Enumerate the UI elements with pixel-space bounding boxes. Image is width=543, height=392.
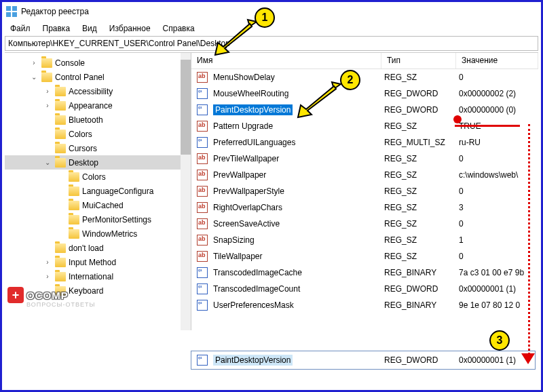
tree-label: Colors xyxy=(69,130,92,139)
tree-item[interactable]: ⌄Desktop xyxy=(5,155,191,170)
list-row[interactable]: SnapSizingREG_SZ1 xyxy=(191,232,538,248)
tree-label: don't load xyxy=(69,243,104,253)
tree-expand-icon[interactable]: ⌄ xyxy=(29,73,39,81)
tree-scroll-thumb[interactable] xyxy=(181,60,191,155)
value-data: ru-RU xyxy=(459,138,538,147)
value-type: REG_DWORD xyxy=(384,105,459,115)
menu-help[interactable]: Справка xyxy=(157,22,200,35)
tree-expand-icon[interactable]: › xyxy=(43,87,52,95)
tree-expand-icon[interactable]: › xyxy=(43,273,52,280)
tree-item[interactable]: ›Appearance xyxy=(5,98,191,113)
dash-vertical xyxy=(528,124,530,355)
reg-sz-icon xyxy=(195,218,209,229)
value-type: REG_SZ xyxy=(384,187,459,196)
list-row[interactable]: TranscodedImageCountREG_DWORD0x00000001 … xyxy=(191,281,538,297)
tree-item[interactable]: LanguageConfigura xyxy=(5,184,191,198)
list-row[interactable]: UserPreferencesMaskREG_BINARY9e 1e 07 80… xyxy=(191,297,538,313)
svg-marker-1 xyxy=(215,24,252,55)
value-name: TranscodedImageCount xyxy=(213,284,300,294)
value-data: 0x00000001 (1) xyxy=(459,284,538,294)
value-data: 1 xyxy=(459,235,538,245)
folder-icon xyxy=(69,187,79,196)
tree-expand-icon[interactable]: › xyxy=(43,102,52,109)
address-bar[interactable]: Компьютер\HKEY_CURRENT_USER\Control Pane… xyxy=(5,36,538,51)
list-row[interactable]: ScreenSaveActiveREG_SZ0 xyxy=(191,216,538,232)
tree-item[interactable]: MuiCached xyxy=(5,198,191,212)
value-data: 0x00000000 (0) xyxy=(459,105,538,115)
watermark-sub: ВОПРОСЫ-ОТВЕТЫ xyxy=(26,301,95,308)
tree-label: Appearance xyxy=(69,101,113,111)
menu-file[interactable]: Файл xyxy=(5,22,36,35)
value-name: MenuShowDelay xyxy=(213,73,275,82)
reg-dword-icon xyxy=(195,88,209,99)
folder-icon xyxy=(41,73,52,82)
reg-sz-icon xyxy=(195,251,209,262)
tree-item[interactable]: PerMonitorSettings xyxy=(5,212,191,227)
value-type: REG_SZ xyxy=(384,73,459,82)
tree-item[interactable]: ›Accessibility xyxy=(5,84,191,98)
list-row[interactable]: PrevWallpaperStyleREG_SZ0 xyxy=(191,183,538,199)
list-row[interactable]: TileWallpaperREG_SZ0 xyxy=(191,248,538,264)
folder-icon xyxy=(69,201,79,210)
reg-sz-icon xyxy=(195,186,209,197)
value-name: ScreenSaveActive xyxy=(213,219,280,229)
value-name: TileWallpaper xyxy=(213,252,262,261)
menu-edit[interactable]: Правка xyxy=(37,22,76,35)
tree-item[interactable]: ›Input Method xyxy=(5,255,191,269)
list-row[interactable]: MenuShowDelayREG_SZ0 xyxy=(191,69,538,85)
value-name: PrevTileWallpaper xyxy=(213,154,279,163)
value-data: 3 xyxy=(459,203,538,212)
reg-sz-icon xyxy=(195,235,209,246)
value-data: 0 xyxy=(459,73,538,82)
value-type: REG_BINARY xyxy=(384,300,459,310)
bottom-name: PaintDesktopVersion xyxy=(213,355,293,366)
arrow-2 xyxy=(295,81,344,119)
value-name: PaintDesktopVersion xyxy=(213,104,293,115)
value-name: Pattern Upgrade xyxy=(213,121,273,131)
tree-expand-icon[interactable]: › xyxy=(43,258,52,266)
list-row[interactable]: TranscodedImageCacheREG_BINARY7a c3 01 0… xyxy=(191,264,538,281)
tree-expand-icon[interactable]: ⌄ xyxy=(43,159,52,166)
menu-favorites[interactable]: Избранное xyxy=(104,22,156,35)
list-row[interactable]: PreferredUILanguagesREG_MULTI_SZru-RU xyxy=(191,134,538,151)
tree-item[interactable]: ›Console xyxy=(5,56,191,70)
tree-item[interactable]: Colors xyxy=(5,127,191,141)
col-type[interactable]: Тип xyxy=(381,53,456,68)
folder-icon xyxy=(55,258,66,267)
reg-dword-icon xyxy=(195,355,209,366)
tree-expand-icon[interactable]: › xyxy=(29,59,39,66)
value-name: UserPreferencesMask xyxy=(213,300,294,310)
list-row[interactable]: PrevTileWallpaperREG_SZ0 xyxy=(191,151,538,167)
value-data: 0 xyxy=(459,219,538,229)
reg-dword-icon xyxy=(195,283,209,294)
tree-label: Desktop xyxy=(69,158,98,168)
folder-icon xyxy=(55,144,66,153)
folder-icon xyxy=(55,243,66,253)
tree-item[interactable]: ›International xyxy=(5,269,191,283)
tree-item[interactable]: Cursors xyxy=(5,141,191,155)
list-row[interactable]: RightOverlapCharsREG_SZ3 xyxy=(191,199,538,216)
menu-view[interactable]: Вид xyxy=(77,22,102,35)
folder-icon xyxy=(55,101,66,111)
tree-item[interactable]: ⌄Control Panel xyxy=(5,70,191,84)
reg-sz-icon xyxy=(195,72,209,83)
list-row[interactable]: PrevWallpaperREG_SZc:\windows\web\ xyxy=(191,167,538,183)
tree-item[interactable]: WindowMetrics xyxy=(5,227,191,241)
tree-label: Cursors xyxy=(69,144,97,153)
tree-item[interactable]: Colors xyxy=(5,170,191,184)
window-title: Редактор реестра xyxy=(21,7,89,16)
value-data: 0 xyxy=(459,187,538,196)
watermark: + OCOMP ВОПРОСЫ-ОТВЕТЫ xyxy=(7,287,95,308)
tree-item[interactable]: Bluetooth xyxy=(5,113,191,127)
list-row[interactable]: PaintDesktopVersionREG_DWORD0x00000000 (… xyxy=(191,102,538,118)
list-row[interactable]: MouseWheelRoutingREG_DWORD0x00000002 (2) xyxy=(191,85,538,102)
reg-sz-icon xyxy=(195,202,209,213)
tree-label: LanguageConfigura xyxy=(82,187,153,196)
value-name: RightOverlapChars xyxy=(213,203,282,212)
value-name: SnapSizing xyxy=(213,235,255,245)
col-value[interactable]: Значение xyxy=(456,53,538,68)
folder-icon xyxy=(69,215,79,224)
tree-label: MuiCached xyxy=(82,201,124,210)
tree-item[interactable]: don't load xyxy=(5,241,191,255)
underline-value xyxy=(455,125,520,127)
